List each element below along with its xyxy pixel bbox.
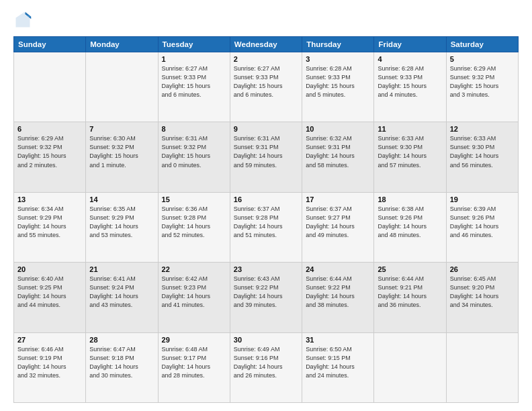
calendar-table: SundayMondayTuesdayWednesdayThursdayFrid… bbox=[13, 36, 519, 403]
weekday-header-monday: Monday bbox=[86, 37, 158, 52]
day-number: 5 bbox=[450, 55, 515, 63]
day-number: 27 bbox=[17, 336, 82, 344]
calendar-cell: 23Sunrise: 6:43 AM Sunset: 9:22 PM Dayli… bbox=[230, 263, 302, 332]
calendar-cell: 19Sunrise: 6:39 AM Sunset: 9:26 PM Dayli… bbox=[446, 192, 518, 262]
day-info: Sunrise: 6:42 AM Sunset: 9:23 PM Dayligh… bbox=[162, 275, 226, 310]
calendar-cell: 3Sunrise: 6:28 AM Sunset: 9:33 PM Daylig… bbox=[302, 52, 374, 122]
calendar-cell: 11Sunrise: 6:33 AM Sunset: 9:30 PM Dayli… bbox=[374, 122, 446, 192]
day-info: Sunrise: 6:48 AM Sunset: 9:17 PM Dayligh… bbox=[162, 345, 226, 380]
calendar-cell: 8Sunrise: 6:31 AM Sunset: 9:32 PM Daylig… bbox=[158, 122, 230, 192]
calendar-cell: 9Sunrise: 6:31 AM Sunset: 9:31 PM Daylig… bbox=[230, 122, 302, 192]
calendar-cell: 18Sunrise: 6:38 AM Sunset: 9:26 PM Dayli… bbox=[374, 192, 446, 262]
calendar-cell: 21Sunrise: 6:41 AM Sunset: 9:24 PM Dayli… bbox=[86, 263, 158, 332]
day-number: 13 bbox=[17, 195, 82, 203]
day-number: 4 bbox=[378, 55, 442, 63]
day-number: 19 bbox=[450, 195, 515, 203]
calendar-week-row: 27Sunrise: 6:46 AM Sunset: 9:19 PM Dayli… bbox=[14, 332, 519, 402]
calendar-cell: 26Sunrise: 6:45 AM Sunset: 9:20 PM Dayli… bbox=[446, 263, 518, 332]
calendar-cell: 14Sunrise: 6:35 AM Sunset: 9:29 PM Dayli… bbox=[86, 192, 158, 262]
logo-icon bbox=[13, 11, 32, 30]
day-number: 17 bbox=[306, 195, 370, 203]
calendar-cell: 5Sunrise: 6:29 AM Sunset: 9:32 PM Daylig… bbox=[446, 52, 518, 122]
day-info: Sunrise: 6:47 AM Sunset: 9:18 PM Dayligh… bbox=[89, 345, 154, 380]
weekday-header-sunday: Sunday bbox=[14, 37, 86, 52]
day-number: 12 bbox=[450, 125, 515, 133]
day-info: Sunrise: 6:43 AM Sunset: 9:22 PM Dayligh… bbox=[234, 275, 298, 310]
page: SundayMondayTuesdayWednesdayThursdayFrid… bbox=[0, 0, 532, 411]
calendar-cell: 27Sunrise: 6:46 AM Sunset: 9:19 PM Dayli… bbox=[14, 332, 86, 402]
day-info: Sunrise: 6:50 AM Sunset: 9:15 PM Dayligh… bbox=[306, 345, 370, 380]
calendar-week-row: 20Sunrise: 6:40 AM Sunset: 9:25 PM Dayli… bbox=[14, 263, 519, 332]
day-info: Sunrise: 6:34 AM Sunset: 9:29 PM Dayligh… bbox=[17, 205, 82, 240]
calendar-cell bbox=[86, 52, 158, 122]
day-info: Sunrise: 6:41 AM Sunset: 9:24 PM Dayligh… bbox=[89, 275, 154, 310]
day-number: 24 bbox=[306, 265, 370, 273]
day-number: 21 bbox=[89, 265, 154, 273]
calendar-cell: 15Sunrise: 6:36 AM Sunset: 9:28 PM Dayli… bbox=[158, 192, 230, 262]
weekday-header-friday: Friday bbox=[374, 37, 446, 52]
day-number: 10 bbox=[306, 125, 370, 133]
calendar-cell: 20Sunrise: 6:40 AM Sunset: 9:25 PM Dayli… bbox=[14, 263, 86, 332]
calendar-cell: 4Sunrise: 6:28 AM Sunset: 9:33 PM Daylig… bbox=[374, 52, 446, 122]
calendar-week-row: 1Sunrise: 6:27 AM Sunset: 9:33 PM Daylig… bbox=[14, 52, 519, 122]
day-info: Sunrise: 6:32 AM Sunset: 9:31 PM Dayligh… bbox=[306, 134, 370, 169]
calendar-cell: 1Sunrise: 6:27 AM Sunset: 9:33 PM Daylig… bbox=[158, 52, 230, 122]
weekday-header-row: SundayMondayTuesdayWednesdayThursdayFrid… bbox=[14, 37, 519, 52]
calendar-cell: 30Sunrise: 6:49 AM Sunset: 9:16 PM Dayli… bbox=[230, 332, 302, 402]
day-number: 7 bbox=[89, 125, 154, 133]
day-number: 22 bbox=[162, 265, 226, 273]
day-info: Sunrise: 6:27 AM Sunset: 9:33 PM Dayligh… bbox=[162, 64, 226, 99]
day-info: Sunrise: 6:40 AM Sunset: 9:25 PM Dayligh… bbox=[17, 275, 82, 310]
calendar-cell: 2Sunrise: 6:27 AM Sunset: 9:33 PM Daylig… bbox=[230, 52, 302, 122]
day-number: 3 bbox=[306, 55, 370, 63]
day-number: 26 bbox=[450, 265, 515, 273]
calendar-cell: 31Sunrise: 6:50 AM Sunset: 9:15 PM Dayli… bbox=[302, 332, 374, 402]
calendar-week-row: 6Sunrise: 6:29 AM Sunset: 9:32 PM Daylig… bbox=[14, 122, 519, 192]
header bbox=[13, 11, 519, 30]
day-info: Sunrise: 6:44 AM Sunset: 9:22 PM Dayligh… bbox=[306, 275, 370, 310]
day-info: Sunrise: 6:28 AM Sunset: 9:33 PM Dayligh… bbox=[378, 64, 442, 99]
day-info: Sunrise: 6:27 AM Sunset: 9:33 PM Dayligh… bbox=[234, 64, 298, 99]
day-number: 31 bbox=[306, 336, 370, 344]
day-info: Sunrise: 6:37 AM Sunset: 9:28 PM Dayligh… bbox=[234, 205, 298, 240]
day-info: Sunrise: 6:49 AM Sunset: 9:16 PM Dayligh… bbox=[234, 345, 298, 380]
day-info: Sunrise: 6:36 AM Sunset: 9:28 PM Dayligh… bbox=[162, 205, 226, 240]
day-number: 20 bbox=[17, 265, 82, 273]
calendar-cell bbox=[14, 52, 86, 122]
day-info: Sunrise: 6:39 AM Sunset: 9:26 PM Dayligh… bbox=[450, 205, 515, 240]
day-info: Sunrise: 6:29 AM Sunset: 9:32 PM Dayligh… bbox=[450, 64, 515, 99]
logo bbox=[13, 11, 35, 30]
calendar-cell: 12Sunrise: 6:33 AM Sunset: 9:30 PM Dayli… bbox=[446, 122, 518, 192]
day-info: Sunrise: 6:33 AM Sunset: 9:30 PM Dayligh… bbox=[450, 134, 515, 169]
day-number: 2 bbox=[234, 55, 298, 63]
weekday-header-thursday: Thursday bbox=[302, 37, 374, 52]
day-info: Sunrise: 6:46 AM Sunset: 9:19 PM Dayligh… bbox=[17, 345, 82, 380]
calendar-cell: 10Sunrise: 6:32 AM Sunset: 9:31 PM Dayli… bbox=[302, 122, 374, 192]
day-number: 14 bbox=[89, 195, 154, 203]
weekday-header-saturday: Saturday bbox=[446, 37, 518, 52]
day-info: Sunrise: 6:37 AM Sunset: 9:27 PM Dayligh… bbox=[306, 205, 370, 240]
day-number: 16 bbox=[234, 195, 298, 203]
calendar-cell bbox=[374, 332, 446, 402]
calendar-cell: 7Sunrise: 6:30 AM Sunset: 9:32 PM Daylig… bbox=[86, 122, 158, 192]
calendar-cell: 13Sunrise: 6:34 AM Sunset: 9:29 PM Dayli… bbox=[14, 192, 86, 262]
day-number: 23 bbox=[234, 265, 298, 273]
day-number: 9 bbox=[234, 125, 298, 133]
weekday-header-wednesday: Wednesday bbox=[230, 37, 302, 52]
day-number: 11 bbox=[378, 125, 442, 133]
calendar-cell: 17Sunrise: 6:37 AM Sunset: 9:27 PM Dayli… bbox=[302, 192, 374, 262]
day-number: 6 bbox=[17, 125, 82, 133]
day-info: Sunrise: 6:33 AM Sunset: 9:30 PM Dayligh… bbox=[378, 134, 442, 169]
day-number: 28 bbox=[89, 336, 154, 344]
calendar-cell: 22Sunrise: 6:42 AM Sunset: 9:23 PM Dayli… bbox=[158, 263, 230, 332]
calendar-cell: 6Sunrise: 6:29 AM Sunset: 9:32 PM Daylig… bbox=[14, 122, 86, 192]
calendar-week-row: 13Sunrise: 6:34 AM Sunset: 9:29 PM Dayli… bbox=[14, 192, 519, 262]
day-info: Sunrise: 6:45 AM Sunset: 9:20 PM Dayligh… bbox=[450, 275, 515, 310]
day-info: Sunrise: 6:44 AM Sunset: 9:21 PM Dayligh… bbox=[378, 275, 442, 310]
day-info: Sunrise: 6:28 AM Sunset: 9:33 PM Dayligh… bbox=[306, 64, 370, 99]
calendar-cell: 16Sunrise: 6:37 AM Sunset: 9:28 PM Dayli… bbox=[230, 192, 302, 262]
day-number: 1 bbox=[162, 55, 226, 63]
calendar-cell bbox=[446, 332, 518, 402]
day-info: Sunrise: 6:31 AM Sunset: 9:32 PM Dayligh… bbox=[162, 134, 226, 169]
day-info: Sunrise: 6:38 AM Sunset: 9:26 PM Dayligh… bbox=[378, 205, 442, 240]
